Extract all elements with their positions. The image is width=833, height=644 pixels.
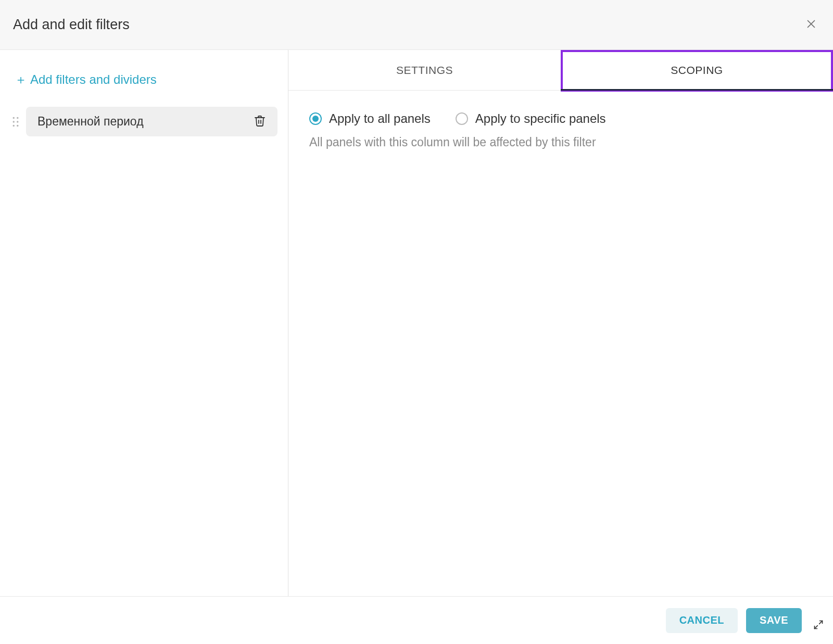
tab-scoping-label: SCOPING [671, 64, 723, 77]
radio-apply-all[interactable]: Apply to all panels [309, 111, 431, 126]
svg-point-2 [13, 117, 15, 119]
tab-settings[interactable]: SETTINGS [288, 50, 561, 90]
dialog-footer: CANCEL SAVE [0, 596, 833, 644]
dialog-title: Add and edit filters [13, 17, 130, 33]
scoping-panel: Apply to all panels Apply to specific pa… [288, 91, 833, 170]
tab-scoping[interactable]: SCOPING [561, 50, 833, 90]
close-icon [805, 18, 817, 31]
radio-apply-specific[interactable]: Apply to specific panels [456, 111, 606, 126]
svg-line-8 [819, 621, 823, 624]
radio-apply-specific-label: Apply to specific panels [475, 111, 606, 126]
expand-button[interactable] [813, 620, 824, 632]
tabs: SETTINGS SCOPING [288, 50, 833, 91]
svg-line-9 [815, 626, 818, 629]
filter-chip[interactable]: Временной период [26, 107, 277, 136]
delete-filter-button[interactable] [254, 115, 266, 129]
svg-point-7 [17, 124, 19, 127]
trash-icon [254, 115, 266, 129]
drag-handle-icon[interactable] [10, 117, 21, 127]
svg-point-5 [17, 121, 19, 123]
expand-icon [813, 620, 824, 632]
svg-point-6 [13, 124, 15, 127]
dialog-header: Add and edit filters [0, 0, 833, 50]
save-button[interactable]: SAVE [746, 608, 802, 633]
filter-chip-label: Временной период [37, 115, 144, 129]
add-filters-label: Add filters and dividers [30, 72, 157, 87]
add-filters-button[interactable]: ＋ Add filters and dividers [10, 68, 161, 91]
svg-point-3 [17, 117, 19, 119]
svg-point-4 [13, 121, 15, 123]
filter-row: Временной период [10, 107, 277, 136]
main-panel: SETTINGS SCOPING Apply to all panels App… [288, 50, 833, 596]
cancel-button[interactable]: CANCEL [666, 608, 738, 633]
scoping-radio-group: Apply to all panels Apply to specific pa… [309, 111, 812, 126]
close-button[interactable] [802, 15, 820, 34]
plus-icon: ＋ [15, 71, 27, 88]
radio-checked-icon [309, 112, 322, 125]
filters-sidebar: ＋ Add filters and dividers Временной пер… [0, 50, 288, 596]
radio-unchecked-icon [456, 112, 468, 125]
tab-settings-label: SETTINGS [396, 64, 453, 77]
radio-apply-all-label: Apply to all panels [329, 111, 431, 126]
scoping-help-text: All panels with this column will be affe… [309, 135, 812, 149]
